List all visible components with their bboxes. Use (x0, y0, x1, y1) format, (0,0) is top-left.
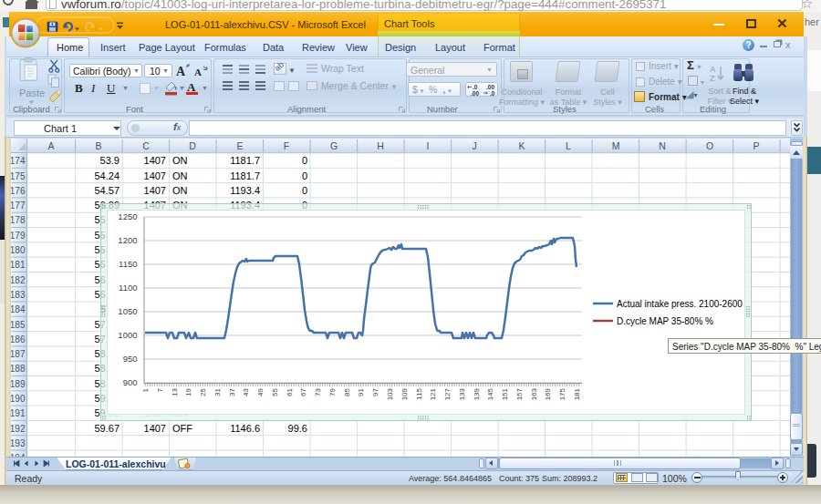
svg-text:180: 180 (10, 245, 26, 255)
svg-text:157: 157 (515, 387, 524, 400)
svg-text:115: 115 (415, 387, 423, 399)
svg-text:109: 109 (400, 387, 409, 400)
svg-text:7: 7 (156, 387, 164, 392)
svg-text:54.57: 54.57 (94, 185, 120, 196)
svg-text:C: C (142, 140, 150, 151)
svg-text:73: 73 (314, 387, 322, 396)
svg-text:ON: ON (172, 170, 188, 181)
svg-text:139: 139 (473, 387, 481, 400)
svg-text:163: 163 (530, 387, 538, 400)
svg-text:181: 181 (573, 387, 581, 400)
svg-text:53.9: 53.9 (100, 155, 120, 166)
svg-text:1000: 1000 (118, 330, 137, 340)
svg-text:178: 178 (10, 215, 26, 225)
svg-text:151: 151 (501, 387, 509, 400)
svg-text:1150: 1150 (119, 259, 137, 269)
svg-text:193: 193 (10, 438, 26, 448)
svg-text:54.24: 54.24 (94, 170, 120, 181)
svg-text:49: 49 (256, 387, 265, 396)
svg-text:184: 184 (10, 304, 26, 314)
svg-text:G: G (330, 140, 338, 151)
svg-text:25: 25 (199, 387, 207, 396)
svg-text:D.cycle MAP 35-80% %: D.cycle MAP 35-80% % (617, 316, 713, 326)
svg-text:174: 174 (10, 156, 26, 166)
svg-text:O: O (706, 140, 713, 151)
svg-text:M: M (612, 140, 620, 151)
svg-text:176: 176 (10, 186, 26, 196)
svg-text:950: 950 (123, 354, 138, 364)
svg-text:185: 185 (10, 320, 26, 330)
svg-text:99.6: 99.6 (288, 423, 307, 434)
svg-text:103: 103 (386, 387, 394, 400)
svg-text:E: E (236, 140, 243, 151)
svg-text:A: A (47, 140, 54, 151)
svg-text:N: N (659, 140, 666, 151)
svg-text:188: 188 (10, 364, 26, 374)
svg-text:1200: 1200 (118, 235, 137, 245)
svg-text:L: L (566, 140, 571, 151)
svg-text:1050: 1050 (118, 306, 137, 316)
svg-text:186: 186 (10, 334, 26, 345)
svg-text:1407: 1407 (144, 155, 166, 166)
svg-text:1250: 1250 (118, 211, 137, 221)
svg-text:189: 189 (10, 379, 26, 389)
svg-text:Actual intake press. 2100-2600: Actual intake press. 2100-2600 (617, 299, 743, 309)
svg-text:B: B (95, 140, 101, 151)
svg-text:1407: 1407 (144, 185, 166, 196)
svg-text:1407: 1407 (144, 170, 166, 181)
svg-text:190: 190 (10, 394, 26, 404)
svg-text:182: 182 (10, 275, 26, 285)
svg-text:13: 13 (171, 387, 179, 396)
svg-text:183: 183 (10, 290, 26, 300)
svg-text:D: D (189, 140, 196, 151)
svg-text:43: 43 (242, 387, 250, 396)
svg-text:1181.7: 1181.7 (230, 170, 260, 181)
svg-text:OFF: OFF (172, 423, 192, 434)
svg-text:1193.4: 1193.4 (230, 185, 260, 196)
svg-text:55: 55 (271, 387, 279, 396)
svg-text:175: 175 (10, 171, 26, 181)
svg-text:177: 177 (10, 201, 26, 211)
svg-text:145: 145 (486, 387, 494, 400)
svg-text:K: K (518, 140, 525, 151)
svg-text:ON: ON (172, 185, 188, 196)
svg-text:0: 0 (302, 155, 307, 166)
svg-text:175: 175 (558, 387, 566, 400)
svg-text:F: F (284, 140, 289, 151)
svg-text:J: J (472, 140, 476, 151)
svg-text:97: 97 (371, 387, 379, 396)
svg-text:ON: ON (172, 155, 188, 166)
svg-text:181: 181 (10, 260, 26, 270)
svg-text:37: 37 (228, 387, 236, 396)
svg-text:31: 31 (213, 387, 222, 396)
svg-text:127: 127 (443, 387, 452, 400)
svg-text:1181.7: 1181.7 (230, 155, 260, 166)
svg-text:900: 900 (123, 377, 138, 387)
svg-text:1407: 1407 (144, 423, 166, 434)
svg-text:133: 133 (458, 387, 466, 400)
svg-text:85: 85 (343, 387, 351, 396)
svg-text:169: 169 (544, 387, 552, 400)
svg-text:79: 79 (328, 387, 337, 396)
svg-text:P: P (753, 140, 759, 151)
svg-text:192: 192 (10, 424, 26, 434)
svg-text:1100: 1100 (119, 283, 137, 293)
svg-text:H: H (377, 140, 384, 151)
svg-text:0: 0 (302, 170, 307, 181)
svg-text:19: 19 (184, 387, 192, 396)
svg-text:1146.6: 1146.6 (230, 423, 260, 434)
svg-text:0: 0 (302, 185, 307, 196)
svg-text:59.67: 59.67 (94, 423, 120, 434)
svg-text:179: 179 (10, 231, 26, 241)
svg-text:67: 67 (299, 387, 307, 396)
svg-text:I: I (427, 140, 430, 151)
svg-text:1: 1 (141, 387, 150, 392)
svg-text:191: 191 (10, 408, 26, 418)
svg-text:187: 187 (10, 349, 26, 359)
svg-text:121: 121 (429, 387, 437, 400)
svg-text:61: 61 (286, 387, 294, 396)
svg-text:91: 91 (357, 387, 365, 396)
